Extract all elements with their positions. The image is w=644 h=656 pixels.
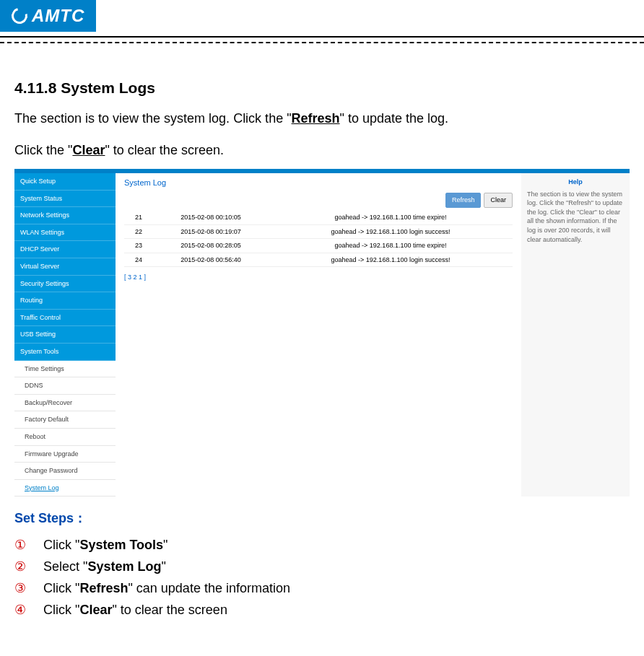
step-number: ④ [14, 602, 33, 618]
table-row: 212015-02-08 00:10:05goahead -> 192.168.… [124, 211, 513, 224]
text: " to clear the screen. [105, 143, 223, 157]
step-line: ②Select "System Log" [14, 559, 630, 574]
table-cell: 23 [124, 239, 153, 253]
router-ui-screenshot: Quick SetupSystem StatusNetwork Settings… [14, 169, 630, 497]
text: Click the " [14, 143, 72, 157]
table-cell: 2015-02-08 00:28:05 [153, 239, 269, 253]
steps-heading: Set Steps： [14, 510, 630, 527]
step-text: Click "Refresh" can update the informati… [43, 581, 290, 596]
help-title: Help [527, 178, 624, 187]
step-text: Click "Clear" to clear the screen [43, 603, 227, 618]
sidebar-item[interactable]: Quick Setup [14, 173, 116, 191]
table-cell: 2015-02-08 00:56:40 [153, 253, 269, 267]
step-line: ④Click "Clear" to clear the screen [14, 602, 630, 618]
sidebar-item[interactable]: USB Setting [14, 326, 116, 344]
table-cell: goahead -> 192.168.1.100 login success! [269, 224, 513, 239]
step-text: Select "System Log" [43, 559, 166, 574]
intro-line-1: The section is to view the system log. C… [14, 105, 630, 131]
table-cell: goahead -> 192.168.1.100 time expire! [269, 239, 513, 253]
sidebar-subitem[interactable]: DDNS [14, 377, 116, 395]
brand-logo: AMTC [0, 0, 96, 32]
sidebar-item[interactable]: Security Settings [14, 276, 116, 293]
logo-icon [9, 5, 30, 27]
table-cell: goahead -> 192.168.1.100 time expire! [269, 211, 513, 224]
help-text: The section is to view the system log. C… [527, 190, 624, 245]
log-table: 212015-02-08 00:10:05goahead -> 192.168.… [124, 211, 513, 267]
step-line: ③Click "Refresh" can update the informat… [14, 580, 630, 596]
step-line: ①Click "System Tools" [14, 537, 630, 553]
sidebar-item[interactable]: DHCP Server [14, 241, 116, 258]
sidebar-item[interactable]: Virtual Server [14, 258, 116, 276]
step-number: ① [14, 537, 33, 553]
brand-text: AMTC [32, 6, 84, 26]
sidebar-item[interactable]: Routing [14, 292, 116, 310]
table-cell: 21 [124, 211, 153, 224]
divider-solid [0, 36, 644, 38]
clear-word: Clear [72, 143, 105, 157]
sidebar-item[interactable]: Traffic Control [14, 310, 116, 327]
section-heading: 4.11.8 System Logs [14, 79, 630, 97]
table-row: 222015-02-08 00:19:07goahead -> 192.168.… [124, 224, 513, 239]
text: The section is to view the system log. C… [14, 111, 292, 126]
sidebar-subitem[interactable]: Backup/Recover [14, 395, 116, 412]
table-cell: 2015-02-08 00:10:05 [153, 211, 269, 224]
sidebar-subitem[interactable]: Time Settings [14, 361, 116, 378]
refresh-word: Refresh [292, 111, 340, 126]
sidebar-subitem[interactable]: Change Password [14, 463, 116, 480]
sidebar-subitem[interactable]: Factory Default [14, 411, 116, 429]
intro-line-2: Click the "Clear" to clear the screen. [14, 137, 630, 163]
sidebar-subitem[interactable]: System Log [14, 480, 116, 497]
sidebar-subitem[interactable]: Firmware Upgrade [14, 446, 116, 463]
help-panel: Help The section is to view the system l… [521, 173, 630, 497]
panel-title: System Log [124, 178, 513, 188]
sidebar-subitem[interactable]: Reboot [14, 429, 116, 446]
clear-button[interactable]: Clear [484, 193, 513, 208]
sidebar-item[interactable]: Network Settings [14, 207, 116, 224]
pager[interactable]: [ 3 2 1 ] [124, 273, 513, 282]
sidebar-item[interactable]: WLAN Settings [14, 224, 116, 242]
steps-list: ①Click "System Tools"②Select "System Log… [14, 537, 630, 618]
table-cell: goahead -> 192.168.1.100 login success! [269, 253, 513, 267]
refresh-button[interactable]: Refresh [445, 193, 482, 208]
sidebar-item[interactable]: System Tools [14, 344, 116, 361]
step-number: ③ [14, 580, 33, 596]
table-cell: 22 [124, 224, 153, 239]
main-panel: System Log Refresh Clear 212015-02-08 00… [116, 173, 521, 497]
text: " to update the log. [340, 111, 449, 126]
table-cell: 24 [124, 253, 153, 267]
table-cell: 2015-02-08 00:19:07 [153, 224, 269, 239]
sidebar-item[interactable]: System Status [14, 191, 116, 208]
table-row: 232015-02-08 00:28:05goahead -> 192.168.… [124, 239, 513, 253]
step-number: ② [14, 559, 33, 574]
table-row: 242015-02-08 00:56:40goahead -> 192.168.… [124, 253, 513, 267]
step-text: Click "System Tools" [43, 538, 167, 553]
sidebar-nav: Quick SetupSystem StatusNetwork Settings… [14, 173, 116, 497]
divider-dashed [0, 42, 644, 43]
